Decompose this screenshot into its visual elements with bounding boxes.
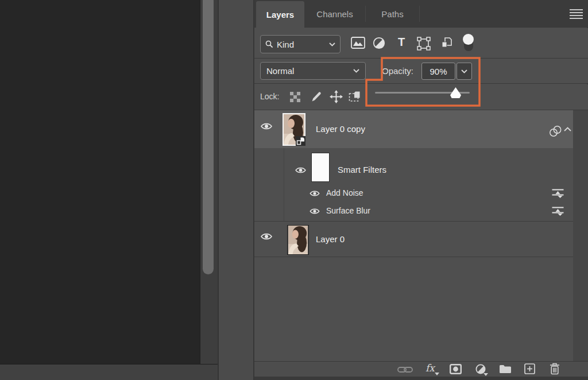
layer-name[interactable]: Layer 0	[316, 234, 345, 244]
layer-thumbnail[interactable]	[287, 225, 309, 255]
horizontal-scrollbar[interactable]	[0, 364, 218, 380]
smart-filters-label[interactable]: Smart Filters	[338, 165, 386, 175]
tab-layers[interactable]: Layers	[256, 1, 304, 28]
lock-transparent-pixels-icon[interactable]	[290, 92, 300, 102]
collapse-chevron-up-icon[interactable]	[564, 127, 571, 131]
visibility-eye-icon[interactable]	[261, 122, 272, 130]
blend-mode-dropdown[interactable]: Normal	[260, 62, 366, 80]
portrait-photo	[288, 226, 308, 254]
layers-panel: Layers Channels Paths Kind	[254, 0, 588, 380]
pixel-layer-filter-icon[interactable]	[351, 37, 365, 49]
layers-list: Layer 0 copy	[254, 110, 588, 361]
lock-position-icon[interactable]	[330, 90, 343, 103]
visibility-eye-icon[interactable]	[261, 232, 272, 241]
document-canvas[interactable]	[0, 0, 200, 364]
panel-tab-bar: Layers Channels Paths	[254, 0, 588, 28]
lock-label: Lock:	[260, 92, 279, 101]
tab-paths[interactable]: Paths	[366, 0, 419, 28]
layer-row-layer0[interactable]: Layer 0	[254, 222, 573, 257]
indent-guide	[284, 148, 284, 221]
blend-mode-value: Normal	[266, 66, 353, 76]
type-layer-filter-icon[interactable]: T	[396, 36, 407, 49]
tab-channels[interactable]: Channels	[304, 0, 365, 28]
list-scroll-gutter	[573, 110, 588, 361]
vertical-scrollbar-track[interactable]	[200, 0, 218, 364]
chevron-down-icon	[353, 69, 359, 73]
prevent-autonesting-icon[interactable]	[349, 91, 362, 103]
blend-row: Normal Opacity: 90%	[254, 59, 588, 84]
vertical-scrollbar-thumb[interactable]	[203, 0, 214, 274]
filter-row: Kind T	[254, 28, 588, 59]
advanced-blending-icon	[548, 126, 563, 137]
shape-layer-filter-icon[interactable]	[417, 37, 431, 51]
filter-eye-icon[interactable]	[310, 208, 320, 215]
layer-row-layer0copy[interactable]: Layer 0 copy	[254, 110, 573, 148]
new-layer-icon[interactable]	[524, 363, 535, 374]
opacity-dropdown-button[interactable]	[457, 63, 472, 80]
delete-layer-trash-icon[interactable]	[550, 363, 560, 375]
toggle-knob	[463, 34, 474, 45]
opacity-value-field[interactable]: 90%	[421, 63, 455, 80]
smart-object-filter-icon[interactable]	[440, 36, 453, 49]
lock-image-pixels-icon[interactable]	[311, 91, 323, 103]
new-group-folder-icon[interactable]	[499, 364, 512, 374]
adjustment-layer-filter-icon[interactable]	[373, 37, 385, 49]
smart-object-badge-icon	[296, 136, 305, 146]
filter-blending-options-icon[interactable]	[552, 188, 564, 198]
adjustment-layer-icon[interactable]	[475, 364, 486, 374]
smart-filters-block: Smart Filters Add Noise	[254, 148, 573, 221]
filter-blending-options-icon[interactable]	[552, 206, 564, 216]
panel-bottom-toolbar: fx	[254, 361, 588, 377]
layer-thumbnail[interactable]	[283, 113, 305, 146]
row-divider	[254, 257, 573, 257]
smart-filter-mask-thumbnail[interactable]	[311, 153, 330, 182]
panel-menu-icon[interactable]	[570, 9, 583, 20]
kind-filter-label: Kind	[277, 40, 329, 49]
dropdown-triangle	[483, 373, 488, 376]
chevron-down-icon	[329, 42, 335, 46]
tab-separator	[419, 6, 420, 22]
add-layer-mask-icon[interactable]	[450, 364, 462, 374]
opacity-label: Opacity:	[382, 66, 413, 76]
link-layers-icon[interactable]	[397, 366, 413, 374]
kind-filter-dropdown[interactable]: Kind	[260, 35, 341, 53]
filter-name[interactable]: Add Noise	[326, 188, 363, 197]
filter-eye-icon[interactable]	[310, 190, 320, 197]
lock-row: Lock:	[254, 84, 588, 110]
filter-name[interactable]: Surface Blur	[326, 206, 370, 215]
layer-name[interactable]: Layer 0 copy	[316, 124, 365, 134]
dropdown-triangle	[435, 373, 439, 375]
search-icon	[265, 40, 273, 48]
smart-filters-eye-icon[interactable]	[295, 166, 306, 174]
panel-bottom-edge	[254, 377, 588, 380]
filtering-toggle[interactable]	[463, 34, 474, 52]
panel-dock-strip	[218, 0, 254, 380]
layer-style-fx-icon[interactable]: fx	[425, 362, 435, 374]
chevron-down-icon	[461, 69, 467, 73]
